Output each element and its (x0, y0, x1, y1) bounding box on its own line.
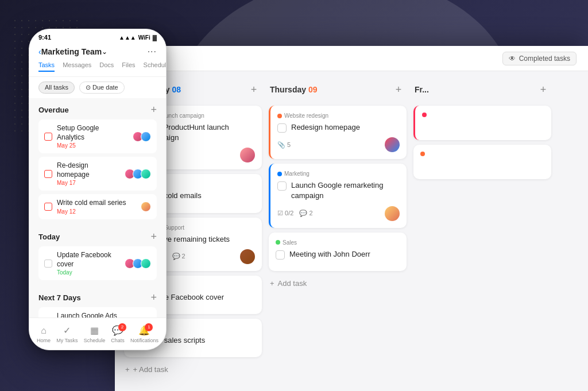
column-title-thursday: Thursday 09 (270, 85, 317, 94)
nav-schedule-label: Schedule (84, 338, 106, 343)
list-item: Re-design homepage May 17 (38, 157, 157, 191)
comment-count: 💬 2 (299, 210, 312, 217)
section-add-button[interactable]: + (150, 292, 157, 304)
task-category (420, 152, 544, 156)
section-add-button[interactable]: + (150, 231, 157, 243)
nav-schedule[interactable]: ▦ Schedule (84, 325, 106, 343)
tab-files[interactable]: Files (122, 61, 135, 72)
chats-icon: 💬 2 (112, 325, 123, 336)
task-avatars (125, 258, 151, 269)
task-checkbox[interactable] (44, 203, 52, 211)
task-info: Setup Google Analytics May 25 (57, 124, 128, 149)
phone-tabs: Tasks Messages Docs Files Schedule (38, 61, 157, 72)
avatar (385, 206, 400, 221)
nav-my-tasks[interactable]: ✓ My Tasks (56, 325, 78, 343)
tab-messages[interactable]: Messages (63, 61, 91, 72)
avatar (141, 131, 151, 142)
avatar (240, 148, 255, 162)
desktop-board: day 👁 Completed tasks Wednesday 08 + Pro… (115, 46, 588, 391)
section-add-button[interactable]: + (150, 104, 157, 116)
schedule-icon: ▦ (88, 325, 100, 336)
list-item: Setup Google Analytics May 25 (38, 119, 157, 153)
task-name: Write cold email series (57, 199, 136, 208)
task-category: Sales (276, 239, 400, 246)
add-card-wednesday[interactable]: + (247, 83, 261, 96)
task-avatars (133, 131, 151, 142)
task-avatars (125, 169, 151, 179)
signal-icon: ▲▲▲ (119, 34, 136, 41)
eye-icon: 👁 (509, 55, 516, 63)
completed-tasks-button[interactable]: 👁 Completed tasks (502, 52, 577, 65)
task-name: Setup Google Analytics (57, 124, 128, 142)
task-row: Meeting with John Doerr (276, 249, 400, 260)
nav-tasks-label: My Tasks (56, 338, 78, 343)
task-name: Re-design homepage (57, 161, 120, 179)
section-header: Today + (38, 231, 157, 243)
task-date: Today (57, 269, 120, 276)
task-card: Marketing Launch Google remarketing camp… (269, 164, 407, 227)
column-friday: Fr... + (413, 80, 551, 382)
nav-home[interactable]: ⌂ Home (37, 325, 51, 343)
column-header-friday: Fr... + (413, 80, 551, 99)
category-dot (277, 114, 282, 118)
nav-notifications-label: Notifications (130, 338, 158, 343)
task-name: Update Facebook cover (57, 251, 120, 269)
nav-home-label: Home (37, 338, 51, 343)
avatar (141, 258, 151, 269)
nav-notifications[interactable]: 🔔 1 Notifications (130, 325, 158, 343)
task-info: Write cold email series May 12 (57, 199, 136, 215)
phone-nav-top: ‹ Marketing Team ⌄ ··· (38, 47, 157, 57)
notifications-badge: 1 (145, 323, 153, 331)
task-checkbox[interactable] (277, 181, 287, 191)
comment-count: 💬 2 (172, 253, 185, 260)
task-meta: 📎 5 (277, 137, 400, 152)
task-info: Re-design homepage May 17 (57, 161, 120, 186)
task-checkbox[interactable] (44, 170, 52, 178)
task-checkbox[interactable] (44, 260, 52, 268)
task-checkbox[interactable] (276, 250, 285, 260)
add-card-friday[interactable]: + (536, 83, 550, 96)
board-header: day 👁 Completed tasks (115, 46, 588, 71)
tab-docs[interactable]: Docs (99, 61, 114, 72)
filter-all-tasks[interactable]: All tasks (38, 82, 75, 94)
column-header-thursday: Thursday 09 + (269, 80, 407, 99)
column-title-friday: Fr... (415, 85, 429, 94)
tab-tasks[interactable]: Tasks (38, 61, 55, 72)
column-thursday: Thursday 09 + Website redesign Redesign … (269, 80, 407, 382)
task-checkbox[interactable] (277, 123, 287, 133)
task-card: Sales Meeting with John Doerr (269, 233, 407, 271)
section-header: Overdue + (38, 104, 157, 116)
avatar (141, 169, 151, 179)
phone-wrapper: 9:41 ▲▲▲ WiFi ▓ ‹ Marketing Team ⌄ ··· T… (29, 29, 167, 350)
completed-tasks-label: Completed tasks (519, 55, 570, 63)
attachment-count: 📎 5 (277, 141, 291, 149)
task-checkbox[interactable] (44, 133, 52, 141)
chevron-icon: ⌄ (102, 48, 107, 56)
task-meta: ☑ 0/2 💬 2 (277, 206, 400, 221)
battery-icon: ▓ (153, 34, 157, 41)
phone-content: Overdue + Setup Google Analytics May 25 (29, 98, 166, 338)
tasks-icon: ✓ (61, 325, 73, 336)
task-date: May 25 (57, 142, 128, 149)
tab-schedule[interactable]: Schedule (144, 61, 167, 72)
avatar (385, 137, 400, 152)
task-card (413, 106, 551, 140)
category-dot (276, 240, 280, 245)
home-icon: ⌂ (38, 325, 49, 336)
nav-chats[interactable]: 💬 2 Chats (111, 325, 125, 343)
section-title: Next 7 Days (38, 293, 81, 302)
add-card-thursday[interactable]: + (392, 83, 405, 96)
section-overdue: Overdue + Setup Google Analytics May 25 (29, 98, 166, 219)
filter-due-date[interactable]: ⊙ Due date (79, 82, 125, 94)
task-date: May 12 (57, 208, 136, 215)
avatar (141, 202, 151, 212)
add-task-thursday[interactable]: + Add task (269, 276, 407, 291)
task-card: Website redesign Redesign homepage 📎 5 (269, 106, 407, 159)
filter-row: All tasks ⊙ Due date (29, 77, 166, 98)
task-row: Redesign homepage (277, 122, 400, 133)
category-dot (422, 113, 427, 117)
task-title: Launch Google remarketing campaign (291, 180, 400, 201)
task-row: Launch Google remarketing campaign (277, 180, 400, 201)
more-button[interactable]: ··· (148, 47, 157, 57)
add-task-wednesday[interactable]: + + Add task (124, 362, 262, 377)
